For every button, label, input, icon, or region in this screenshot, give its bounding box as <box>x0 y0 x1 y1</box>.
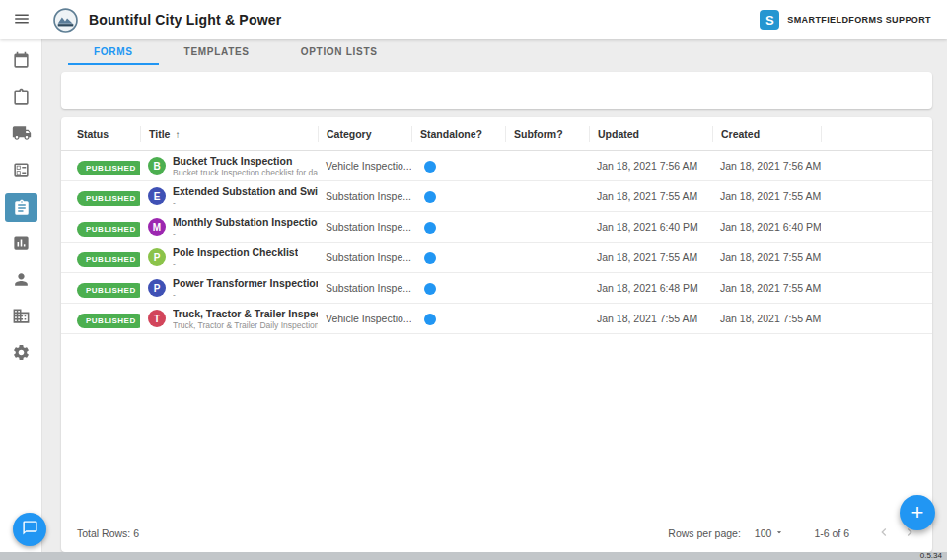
row-avatar: T <box>148 310 166 327</box>
row-updated: Jan 18, 2021 6:40 PM <box>589 221 712 233</box>
table-header: Status Title↑ Category Standalone? Subfo… <box>61 117 932 151</box>
row-category: Substation Inspe... <box>318 190 411 202</box>
rows-per-page-label: Rows per page: <box>668 527 741 539</box>
standalone-dot <box>424 314 436 325</box>
tab-option-lists[interactable]: OPTION LISTS <box>275 39 403 65</box>
filter-card[interactable] <box>61 72 932 109</box>
sidebar-item-tasks[interactable] <box>0 80 42 116</box>
page-title: Bountiful City Light & Power <box>89 12 281 28</box>
table-row[interactable]: PUBLISHED P Power Transformer Inspection… <box>61 273 932 304</box>
row-updated: Jan 18, 2021 7:56 AM <box>589 160 712 172</box>
row-title: Power Transformer Inspection <box>173 277 318 289</box>
sidebar-item-settings[interactable] <box>0 335 42 372</box>
sidebar-item-reports[interactable] <box>0 226 42 262</box>
row-title: Extended Substation and Switching... <box>173 185 318 197</box>
support-label: SMARTFIELDFORMS SUPPORT <box>787 15 931 25</box>
chevron-left-icon <box>876 525 892 543</box>
table-row[interactable]: PUBLISHED P Pole Inspection Checklist - … <box>61 243 932 273</box>
truck-icon <box>12 123 32 146</box>
row-avatar: P <box>148 279 166 297</box>
title-text: Bucket Truck Inspection Bucket truck Ins… <box>173 155 318 177</box>
main-content: FORMS TEMPLATES OPTION LISTS Status Titl… <box>42 39 947 552</box>
row-updated: Jan 18, 2021 7:55 AM <box>589 190 712 202</box>
hamburger-menu-icon <box>13 10 31 31</box>
version-label: 0.5.34 <box>920 551 942 560</box>
column-header-title-label: Title <box>149 128 170 140</box>
row-subtitle: - <box>173 259 298 269</box>
person-icon <box>12 270 31 292</box>
standalone-dot <box>424 222 436 234</box>
forms-icon <box>5 193 37 222</box>
row-created: Jan 18, 2021 7:56 AM <box>712 160 821 172</box>
row-created: Jan 18, 2021 7:55 AM <box>712 282 821 294</box>
column-header-subform[interactable]: Subform? <box>505 126 589 142</box>
column-header-actions <box>821 126 932 142</box>
tab-forms[interactable]: FORMS <box>68 39 159 65</box>
sidebar-item-records[interactable] <box>0 153 42 189</box>
row-created: Jan 18, 2021 7:55 AM <box>712 190 821 202</box>
row-avatar: B <box>148 157 166 175</box>
previous-page-button[interactable] <box>871 521 897 546</box>
standalone-cell <box>411 310 505 327</box>
row-subtitle: Truck, Tractor & Trailer Daily Inspectio… <box>173 320 318 330</box>
table-row[interactable]: PUBLISHED E Extended Substation and Swit… <box>61 181 932 212</box>
ballot-icon <box>12 161 31 182</box>
table-row[interactable]: PUBLISHED B Bucket Truck Inspection Buck… <box>61 151 932 181</box>
chat-button[interactable] <box>13 513 46 546</box>
standalone-cell <box>411 218 505 236</box>
calendar-icon <box>12 51 31 73</box>
sidebar-item-schedule[interactable] <box>0 43 42 80</box>
column-header-updated[interactable]: Updated <box>589 126 712 142</box>
row-subtitle: Bucket truck Inspection checklist for da… <box>173 168 318 177</box>
row-updated: Jan 18, 2021 7:55 AM <box>589 251 712 263</box>
status-cell: PUBLISHED <box>69 248 140 267</box>
column-header-standalone[interactable]: Standalone? <box>411 126 505 142</box>
title-cell: T Truck, Tractor & Trailer Inspection Tr… <box>140 308 318 330</box>
table-row[interactable]: PUBLISHED T Truck, Tractor & Trailer Ins… <box>61 304 932 334</box>
title-cell: P Power Transformer Inspection - <box>140 277 318 300</box>
column-header-created[interactable]: Created <box>712 126 821 142</box>
sort-ascending-icon: ↑ <box>175 129 180 140</box>
smartfieldforms-logo-icon: S <box>760 10 779 30</box>
sidebar-item-forms[interactable] <box>0 189 42 226</box>
column-header-title[interactable]: Title↑ <box>140 126 318 142</box>
standalone-cell <box>411 248 505 266</box>
city-logo-icon <box>52 7 78 33</box>
row-category: Vehicle Inspectio... <box>318 160 411 172</box>
column-header-category[interactable]: Category <box>318 126 411 142</box>
title-cell: B Bucket Truck Inspection Bucket truck I… <box>140 155 318 177</box>
standalone-dot <box>424 283 436 295</box>
row-category: Substation Inspe... <box>318 251 411 263</box>
add-form-button[interactable]: + <box>900 495 935 530</box>
app-root: Bountiful City Light & Power S SMARTFIEL… <box>0 0 947 560</box>
gear-icon <box>12 343 31 365</box>
dropdown-arrow-icon <box>774 527 784 539</box>
row-subtitle: - <box>173 198 318 208</box>
row-updated: Jan 18, 2021 7:55 AM <box>589 313 712 324</box>
title-text: Power Transformer Inspection - <box>173 277 318 300</box>
tab-bar: FORMS TEMPLATES OPTION LISTS <box>42 39 947 65</box>
status-badge: PUBLISHED <box>77 252 140 267</box>
table-row[interactable]: PUBLISHED M Monthly Substation Inspectio… <box>61 212 932 243</box>
row-category: Substation Inspe... <box>318 282 411 294</box>
sidebar-item-fleet[interactable] <box>0 116 42 153</box>
row-title: Bucket Truck Inspection <box>173 155 318 167</box>
tab-templates[interactable]: TEMPLATES <box>159 39 275 65</box>
standalone-dot <box>424 191 436 203</box>
rows-per-page-select[interactable]: 100 <box>755 527 785 539</box>
clipboard-icon <box>12 88 31 109</box>
sidebar <box>0 39 42 552</box>
status-badge: PUBLISHED <box>77 283 140 298</box>
table-footer: Total Rows: 6 Rows per page: 100 1-6 of … <box>61 515 932 552</box>
pagination-range: 1-6 of 6 <box>814 527 849 539</box>
support-link[interactable]: S SMARTFIELDFORMS SUPPORT <box>760 10 931 30</box>
standalone-dot <box>424 252 436 264</box>
sidebar-item-organization[interactable] <box>0 299 42 335</box>
row-title: Monthly Substation Inspection Wor... <box>173 216 318 228</box>
chat-bubble-icon <box>22 520 38 539</box>
column-header-status[interactable]: Status <box>69 126 140 142</box>
menu-button[interactable] <box>0 0 42 39</box>
row-avatar: P <box>148 248 166 266</box>
sidebar-item-users[interactable] <box>0 262 42 299</box>
title-cell: M Monthly Substation Inspection Wor... - <box>140 216 318 239</box>
